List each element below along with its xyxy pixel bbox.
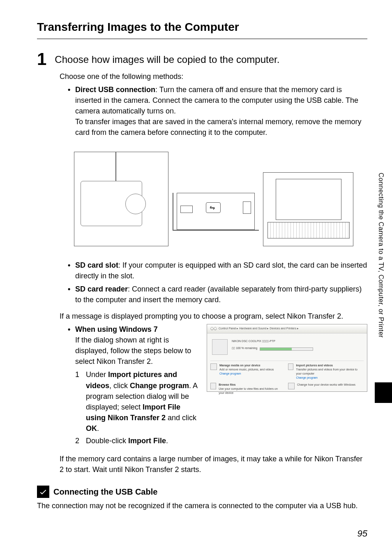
win7-label: When using Windows 7 [75, 324, 198, 335]
bullet-sdreader-label: SD card reader [75, 285, 128, 293]
step-number: 1 [37, 51, 46, 68]
camera-icon [212, 339, 228, 355]
wait-text: If the memory card contains a large numb… [60, 454, 367, 475]
action-browse-sub: Use your computer to view files and fold… [219, 387, 284, 395]
check-icon [37, 486, 49, 498]
progress-bar [260, 347, 313, 351]
win7-breadcrumb: Control Panel ▸ Hardware and Sound ▸ Dev… [219, 326, 299, 331]
win7-device-name: NIKON DSC COOLPIX ▯▯▯▯-PTP [232, 339, 313, 343]
bullet-usb: Direct USB connection: Turn the camera o… [68, 84, 367, 138]
folder-icon [210, 383, 216, 389]
note-body: The connection may not be recognized if … [37, 500, 367, 511]
bullet-sdslot-label: SD card slot [75, 261, 118, 269]
side-section-label: Connecting the Camera to a TV, Computer,… [377, 173, 385, 338]
play-icon [210, 363, 217, 370]
note-block: Connecting the USB Cable The connection … [37, 486, 367, 511]
bullet-usb-text2: To transfer images that are saved in the… [75, 116, 367, 138]
side-tab [375, 382, 392, 403]
action-import-sub: Transfer pictures and videos from your d… [296, 368, 362, 376]
program-prompt-text: If a message is displayed prompting you … [60, 311, 367, 322]
win7-dialog-screenshot: ◯◯ Control Panel ▸ Hardware and Sound ▸ … [207, 324, 367, 392]
action-change-sub: Change how your device works with Window… [297, 383, 355, 387]
action-manage-title: Manage media on your device [219, 363, 274, 368]
bullet-sdreader: SD card reader: Connect a card reader (a… [68, 284, 367, 305]
connection-illustration [60, 146, 367, 252]
action-manage-link: Change program [219, 372, 274, 376]
win7-remaining: ▯▯ 100 % remaining [232, 346, 257, 350]
bullet-sdslot-text: : If your computer is equipped with an S… [75, 261, 367, 280]
settings-icon [288, 383, 295, 389]
page-number: 95 [357, 528, 367, 539]
bullet-usb-label: Direct USB connection [75, 86, 155, 94]
camera-illustration [74, 152, 168, 246]
bullet-win7: When using Windows 7 If the dialog shown… [68, 324, 367, 448]
page-title: Transferring Images to the Computer [37, 21, 367, 39]
action-import-link: Change program [296, 376, 362, 380]
action-manage-sub: Add or remove music, pictures, and video… [219, 368, 274, 372]
step-intro: Choose one of the following methods: [60, 71, 367, 82]
note-title: Connecting the USB Cable [53, 487, 157, 497]
win7-text: If the dialog shown at right is displaye… [75, 335, 198, 367]
import-icon [288, 363, 293, 370]
action-import-title: Import pictures and videos [296, 363, 362, 368]
win7-step-2: Double-click Import File. [75, 435, 198, 446]
laptop-illustration [263, 172, 353, 246]
bullet-sdslot: SD card slot: If your computer is equipp… [68, 260, 367, 281]
win7-step-1: Under Import pictures and videos, click … [75, 369, 198, 434]
step-title: Choose how images will be copied to the … [55, 51, 279, 65]
win7-back-icon: ◯◯ [210, 326, 217, 331]
action-browse-title: Browse files [219, 383, 284, 387]
usb-hub-illustration [177, 193, 255, 230]
